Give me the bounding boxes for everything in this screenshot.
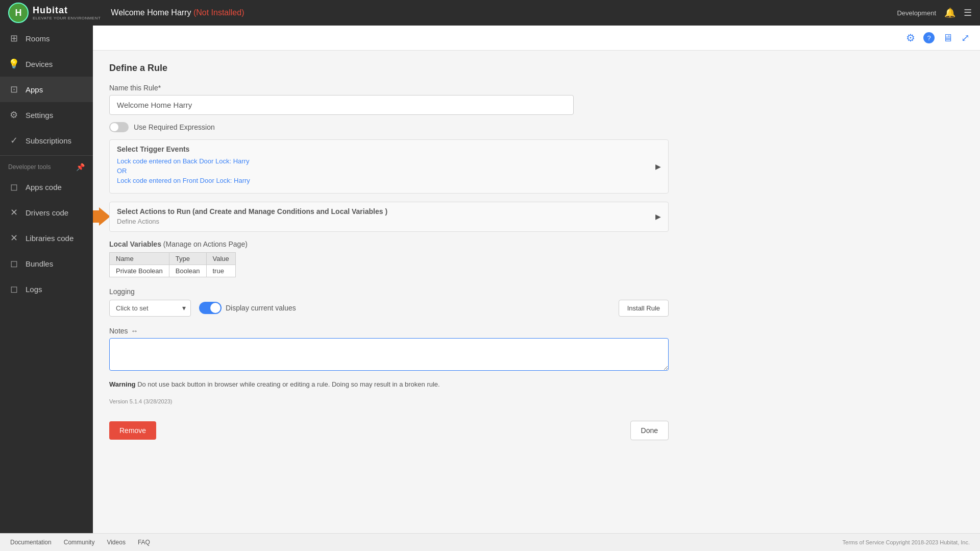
define-rule-title: Define a Rule [109, 63, 669, 74]
sidebar-item-rooms[interactable]: ⊞ Rooms [0, 26, 93, 51]
define-actions-text: Define Actions [117, 218, 159, 225]
help-icon[interactable]: ? [923, 32, 935, 43]
select-label: Select [117, 207, 140, 215]
expand-icon[interactable]: ⤢ [961, 32, 970, 44]
footer: Documentation Community Videos FAQ Terms… [0, 533, 980, 551]
sidebar-item-logs[interactable]: ◻ Logs [0, 276, 93, 302]
developer-tools-header: Developer tools 📌 [0, 158, 93, 174]
sidebar-item-drivers-code[interactable]: ✕ Drivers code [0, 200, 93, 225]
trigger-events-header: Select Trigger Events [110, 140, 668, 153]
devices-icon: 💡 [8, 58, 19, 69]
logs-icon: ◻ [8, 283, 19, 295]
footer-link-videos[interactable]: Videos [107, 539, 125, 546]
logo-text: Hubitat ELEVATE YOUR ENVIRONMENT [33, 5, 101, 20]
actions-text2: and [316, 207, 331, 215]
footer-link-faq[interactable]: FAQ [138, 539, 150, 546]
arrow-body [93, 210, 99, 223]
logo-name: Hubitat [33, 5, 101, 16]
sidebar-item-apps-code[interactable]: ◻ Apps code [0, 174, 93, 200]
warning-detail: Do not use back button in browser while … [137, 380, 440, 388]
notes-section: Notes ↔ [109, 327, 669, 372]
local-vars-title: Local Variables (Manage on Actions Page) [109, 240, 669, 248]
trigger-events-content: Lock code entered on Back Door Lock: Har… [110, 153, 668, 193]
sidebar-item-apps[interactable]: ⊡ Apps [0, 77, 93, 102]
bundles-icon: ◻ [8, 258, 19, 269]
sidebar-item-subscriptions[interactable]: ✓ Subscriptions [0, 128, 93, 153]
footer-link-community[interactable]: Community [64, 539, 95, 546]
drivers-code-icon: ✕ [8, 207, 19, 218]
pin-icon[interactable]: 📌 [76, 163, 85, 171]
remove-button[interactable]: Remove [109, 421, 156, 440]
sidebar-item-settings[interactable]: ⚙ Settings [0, 102, 93, 128]
content-toolbar: ⚙ ? 🖥 ⤢ [93, 26, 980, 51]
trigger-events-box[interactable]: Select Trigger Events Lock code entered … [109, 139, 669, 194]
col-header-value: Value [206, 252, 235, 265]
sidebar-label-apps: Apps [26, 85, 43, 94]
rule-name-input[interactable] [109, 95, 574, 115]
footer-copyright: Terms of Service Copyright 2018-2023 Hub… [843, 539, 970, 545]
actions-header: Select Actions to Run (and Create and Ma… [110, 202, 668, 215]
sidebar-label-rooms: Rooms [26, 34, 50, 43]
var-name: Private Boolean [110, 265, 169, 277]
logging-select-wrapper: Click to set [109, 300, 191, 317]
sidebar-label-devices: Devices [26, 60, 53, 68]
logo-icon: H [8, 3, 29, 23]
sidebar-item-libraries-code[interactable]: ✕ Libraries code [0, 225, 93, 251]
display-toggle-wrapper: Display current values [199, 302, 296, 314]
apps-icon: ⊡ [8, 84, 19, 95]
logo-tagline: ELEVATE YOUR ENVIRONMENT [33, 16, 101, 20]
sidebar-label-drivers-code: Drivers code [26, 208, 68, 217]
table-row: Private Boolean Boolean true [110, 265, 236, 277]
notes-textarea[interactable] [109, 338, 669, 371]
trigger-chevron-icon: ▶ [655, 162, 661, 171]
logging-select[interactable]: Click to set [109, 300, 191, 317]
page-content: Define a Rule Name this Rule* Use Requir… [93, 51, 685, 452]
notes-text: Notes [109, 327, 128, 335]
notes-expand-icon: ↔ [131, 327, 138, 335]
page-title: Welcome Home Harry (Not Installed) [111, 8, 897, 17]
notification-icon[interactable]: 🔔 [944, 7, 955, 18]
col-header-type: Type [169, 252, 206, 265]
sidebar: ⊞ Rooms 💡 Devices ⊡ Apps ⚙ Settings ✓ Su… [0, 26, 93, 533]
display-current-toggle[interactable] [199, 302, 222, 314]
trigger-event-2: Lock code entered on Front Door Lock: Ha… [117, 175, 661, 186]
local-vars-keyword: Local Variables [331, 207, 383, 215]
content-area: ⚙ ? 🖥 ⤢ Define a Rule Name this Rule* Us… [93, 26, 980, 533]
orange-arrow-indicator [93, 207, 110, 226]
bottom-buttons: Remove Done [109, 417, 669, 440]
sidebar-label-settings: Settings [26, 111, 53, 119]
conditions-keyword: Conditions [277, 207, 314, 215]
gear-icon[interactable]: ⚙ [906, 32, 915, 44]
required-expression-toggle[interactable] [109, 122, 129, 132]
apps-code-icon: ◻ [8, 181, 19, 193]
warning-bold: Warning [109, 380, 136, 388]
var-value: true [206, 265, 235, 277]
define-actions-label: Define Actions [110, 215, 668, 231]
environment-label: Development [897, 9, 936, 17]
sidebar-label-apps-code: Apps code [26, 183, 62, 191]
var-type: Boolean [169, 265, 206, 277]
actions-box[interactable]: Select Actions to Run (and Create and Ma… [109, 202, 669, 232]
local-vars-section: Local Variables (Manage on Actions Page)… [109, 240, 669, 277]
actions-text1: to Run (and Create and Manage [168, 207, 277, 215]
sidebar-item-bundles[interactable]: ◻ Bundles [0, 251, 93, 276]
sidebar-label-bundles: Bundles [26, 259, 53, 268]
actions-chevron-icon: ▶ [655, 212, 661, 221]
notes-label: Notes ↔ [109, 327, 669, 335]
settings-icon: ⚙ [8, 109, 19, 121]
local-vars-table: Name Type Value Private Boolean Boolean … [109, 252, 236, 277]
monitor-icon[interactable]: 🖥 [943, 32, 953, 44]
menu-icon[interactable]: ☰ [964, 7, 972, 18]
developer-tools-label: Developer tools [8, 163, 51, 171]
topbar-right: Development 🔔 ☰ [897, 7, 972, 18]
sidebar-label-logs: Logs [26, 285, 42, 294]
install-rule-button[interactable]: Install Rule [619, 300, 669, 317]
topbar: H Hubitat ELEVATE YOUR ENVIRONMENT Welco… [0, 0, 980, 26]
sidebar-item-devices[interactable]: 💡 Devices [0, 51, 93, 77]
rule-name-label: Name this Rule* [109, 84, 669, 92]
trigger-event-1: Lock code entered on Back Door Lock: Har… [117, 155, 661, 167]
done-button[interactable]: Done [630, 421, 669, 440]
col-header-name: Name [110, 252, 169, 265]
footer-link-documentation[interactable]: Documentation [10, 539, 52, 546]
sidebar-divider [0, 155, 93, 156]
